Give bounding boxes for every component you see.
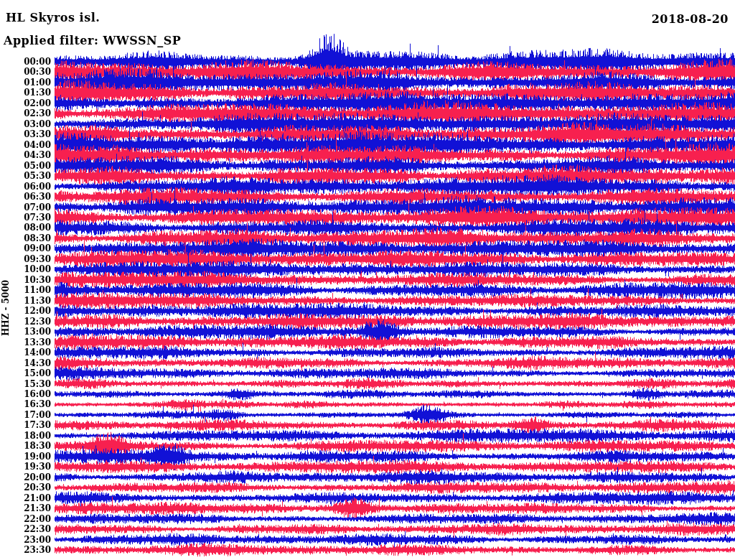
time-label: 01:30	[0, 88, 51, 98]
time-label: 18:00	[0, 431, 51, 441]
time-label: 07:30	[0, 213, 51, 223]
time-label: 01:00	[0, 78, 51, 88]
time-label: 17:30	[0, 420, 51, 430]
applied-filter-label: Applied filter: WWSSN_SP	[4, 34, 181, 47]
time-label: 14:30	[0, 358, 51, 368]
record-date: 2018-08-20	[652, 12, 729, 26]
time-label: 20:00	[0, 472, 51, 482]
time-label: 00:30	[0, 67, 51, 77]
time-label: 21:30	[0, 503, 51, 513]
time-label: 20:30	[0, 482, 51, 493]
time-label: 19:00	[0, 452, 51, 462]
time-label: 18:30	[0, 441, 51, 451]
time-label: 06:30	[0, 192, 51, 202]
time-label: 08:00	[0, 223, 51, 233]
time-label: 23:00	[0, 535, 51, 545]
time-label: 05:00	[0, 161, 51, 171]
time-label: 04:00	[0, 140, 51, 150]
time-label: 23:30	[0, 545, 51, 555]
time-label: 00:00	[0, 57, 51, 67]
time-label: 09:30	[0, 254, 51, 264]
time-label: 10:00	[0, 264, 51, 274]
time-label: 11:30	[0, 296, 51, 306]
time-label: 13:30	[0, 337, 51, 347]
time-label: 13:00	[0, 327, 51, 337]
time-label: 15:30	[0, 379, 51, 389]
time-label: 15:00	[0, 368, 51, 378]
time-label: 04:30	[0, 150, 51, 160]
time-label: 12:00	[0, 306, 51, 316]
time-label: 06:00	[0, 182, 51, 192]
time-label: 17:00	[0, 410, 51, 420]
time-label: 02:00	[0, 98, 51, 108]
time-label: 10:30	[0, 275, 51, 285]
time-label: 08:30	[0, 233, 51, 243]
time-label: 03:30	[0, 129, 51, 139]
time-label: 05:30	[0, 171, 51, 181]
time-label: 14:00	[0, 347, 51, 358]
station-title: HL Skyros isl.	[6, 11, 100, 24]
time-label: 22:30	[0, 524, 51, 534]
time-label: 16:30	[0, 399, 51, 409]
helicorder-canvas	[0, 0, 735, 560]
time-label: 12:30	[0, 317, 51, 327]
time-label: 19:30	[0, 462, 51, 472]
time-label: 09:00	[0, 243, 51, 253]
time-label: 22:00	[0, 514, 51, 524]
time-label: 03:00	[0, 119, 51, 129]
helicorder-page: HL Skyros isl. 2018-08-20 Applied filter…	[0, 0, 735, 560]
time-label: 02:30	[0, 108, 51, 118]
time-label: 07:00	[0, 202, 51, 213]
time-label: 21:00	[0, 493, 51, 503]
time-label: 16:00	[0, 389, 51, 399]
time-label: 11:00	[0, 285, 51, 295]
